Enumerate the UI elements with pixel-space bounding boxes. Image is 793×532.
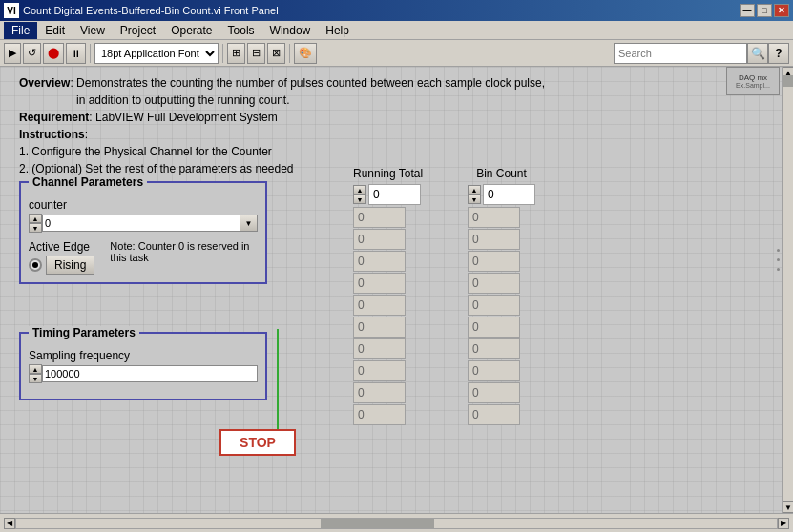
bc-cell-3: 0 <box>468 251 520 272</box>
thumb-label2: Ex.Sampl... <box>736 82 770 89</box>
font-select[interactable]: 18pt Application Font <box>94 43 219 64</box>
active-edge-label: Active Edge <box>29 240 94 254</box>
counter-label: counter <box>29 198 258 212</box>
counter-input[interactable] <box>42 215 240 232</box>
menu-edit[interactable]: Edit <box>37 22 73 39</box>
window-title: Count Digital Events-Buffered-Bin Count.… <box>23 5 740 16</box>
canvas-area: Overview: Demonstrates the counting the … <box>0 67 793 513</box>
close-button[interactable]: ✕ <box>774 4 789 17</box>
rt-cell-6: 0 <box>353 317 406 338</box>
stop-button[interactable]: STOP <box>219 429 296 456</box>
rt-up[interactable]: ▲ <box>353 185 366 194</box>
bc-cell-6: 0 <box>468 317 520 338</box>
rt-cell-2: 0 <box>353 229 406 250</box>
rt-cell-1: 0 <box>353 207 406 228</box>
req-rest: : LabVIEW Full Development System <box>89 111 277 124</box>
freq-up[interactable]: ▲ <box>29 364 42 374</box>
hscroll-thumb[interactable] <box>321 519 435 528</box>
distribute-btn[interactable]: ⊟ <box>247 43 265 64</box>
bc-cell-4: 0 <box>468 273 520 294</box>
bc-up[interactable]: ▲ <box>468 185 481 194</box>
menu-tools[interactable]: Tools <box>220 22 262 39</box>
step1: 1. Configure the Physical Channel for th… <box>19 143 774 160</box>
run-arrow-btn[interactable]: ▶ <box>4 43 21 64</box>
bc-cell-2: 0 <box>468 229 520 250</box>
sep3 <box>289 44 290 63</box>
counter-dropdown[interactable]: ▼ <box>240 215 258 232</box>
app-icon: VI <box>4 3 19 18</box>
bc-spinner[interactable]: ▲ ▼ <box>468 185 481 204</box>
menu-operate[interactable]: Operate <box>163 22 219 39</box>
freq-input[interactable] <box>42 365 258 382</box>
vscroll-thumb[interactable] <box>783 75 793 87</box>
counter-up[interactable]: ▲ <box>29 214 42 223</box>
freq-spinner[interactable]: ▲ ▼ <box>29 364 42 383</box>
counter-spinner[interactable]: ▲ ▼ <box>29 214 42 233</box>
overview-rest: : Demonstrates the counting the number o… <box>70 76 545 90</box>
rt-cell-10: 0 <box>353 404 406 425</box>
rt-cell-8: 0 <box>353 360 406 381</box>
rising-button[interactable]: Rising <box>46 256 94 275</box>
toolbar: ▶ ↺ ⬤ ⏸ 18pt Application Font ⊞ ⊟ ⊠ 🎨 🔍 … <box>0 40 793 67</box>
menu-help[interactable]: Help <box>318 22 357 39</box>
rt-cell-5: 0 <box>353 295 406 316</box>
rt-cell-3: 0 <box>353 251 406 272</box>
sep1 <box>90 44 91 63</box>
hscroll-left-btn[interactable]: ◀ <box>4 518 15 529</box>
bin-count-top: ▲ ▼ 0 <box>468 184 535 205</box>
running-total-column: Running Total ▲ ▼ 0 0 0 0 0 0 0 0 0 0 0 <box>353 167 423 425</box>
bc-cell-7: 0 <box>468 338 520 359</box>
instructions-header: Instructions: <box>19 126 774 143</box>
search-area: 🔍 ? <box>614 43 789 64</box>
rt-cell-9: 0 <box>353 382 406 403</box>
color-btn[interactable]: 🎨 <box>294 43 317 64</box>
bin-count-column: Bin Count ▲ ▼ 0 0 0 0 0 0 0 0 0 0 0 <box>468 167 535 425</box>
sep2 <box>222 44 223 63</box>
rt-down[interactable]: ▼ <box>353 194 366 204</box>
overview-line1: Overview: Demonstrates the counting the … <box>19 74 774 92</box>
retry-btn[interactable]: ↺ <box>23 43 41 64</box>
timing-params-title: Timing Parameters <box>29 326 139 339</box>
menu-project[interactable]: Project <box>113 22 163 39</box>
help-button[interactable]: ? <box>768 43 789 64</box>
freq-input-row: ▲ ▼ <box>29 364 258 383</box>
abort-btn[interactable]: ⬤ <box>43 43 64 64</box>
vertical-scrollbar[interactable]: ▲ ▼ <box>782 67 793 513</box>
horizontal-scrollbar[interactable] <box>15 518 778 529</box>
menu-window[interactable]: Window <box>262 22 319 39</box>
menu-view[interactable]: View <box>73 22 113 39</box>
counter-down[interactable]: ▼ <box>29 223 42 233</box>
running-total-top: ▲ ▼ 0 <box>353 184 423 205</box>
scroll-down-btn[interactable]: ▼ <box>783 501 793 513</box>
overview-bold: Overview <box>19 76 70 90</box>
rising-radio[interactable] <box>29 258 42 272</box>
rt-first-cell: 0 <box>368 184 421 205</box>
freq-down[interactable]: ▼ <box>29 374 42 383</box>
bc-cells: 0 0 0 0 0 0 0 0 0 0 <box>468 207 535 425</box>
counter-note: Note: Counter 0 is reserved in this task <box>110 240 258 263</box>
running-total-header: Running Total <box>353 167 423 180</box>
channel-params-box: Channel Parameters counter ▲ ▼ ▼ Active … <box>19 181 267 284</box>
minimize-button[interactable]: — <box>740 4 755 17</box>
req-bold: Requirement <box>19 111 89 124</box>
active-edge-row: Active Edge Rising Note: Counter 0 is re… <box>29 240 258 275</box>
rt-spinner[interactable]: ▲ ▼ <box>353 185 366 204</box>
align-btn[interactable]: ⊞ <box>227 43 245 64</box>
title-bar: VI Count Digital Events-Buffered-Bin Cou… <box>0 0 793 21</box>
search-input[interactable] <box>614 43 747 64</box>
menu-file[interactable]: File <box>4 22 37 39</box>
bin-count-header: Bin Count <box>468 167 535 180</box>
search-button[interactable]: 🔍 <box>747 43 768 64</box>
rt-cell-4: 0 <box>353 273 406 294</box>
channel-params-title: Channel Parameters <box>29 175 147 189</box>
instr-colon: : <box>85 128 88 141</box>
rt-cells: 0 0 0 0 0 0 0 0 0 0 <box>353 207 423 425</box>
bc-first-cell: 0 <box>483 184 535 205</box>
active-edge-group: Active Edge Rising <box>29 240 94 275</box>
counter-input-row: ▲ ▼ ▼ <box>29 214 258 233</box>
resize-btn[interactable]: ⊠ <box>267 43 285 64</box>
hscroll-right-btn[interactable]: ▶ <box>778 518 789 529</box>
maximize-button[interactable]: □ <box>757 4 772 17</box>
bc-down[interactable]: ▼ <box>468 194 481 204</box>
pause-btn[interactable]: ⏸ <box>66 43 86 64</box>
